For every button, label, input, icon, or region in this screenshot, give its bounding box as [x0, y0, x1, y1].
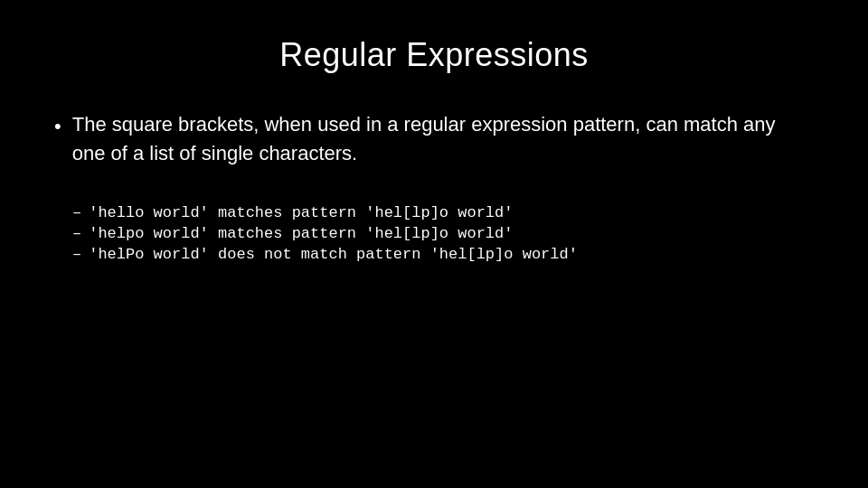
- code-text-3: 'helPo world' does not match pattern 'he…: [89, 246, 578, 263]
- dash-2: –: [72, 225, 81, 242]
- bullet-point: • The square brackets, when used in a re…: [54, 110, 814, 168]
- code-line-2: – 'helpo world' matches pattern 'hel[lp]…: [72, 225, 814, 242]
- slide: Regular Expressions • The square bracket…: [0, 0, 868, 488]
- bullet-section: • The square brackets, when used in a re…: [54, 110, 814, 168]
- code-text-2: 'helpo world' matches pattern 'hel[lp]o …: [89, 225, 513, 242]
- code-section: – 'hello world' matches pattern 'hel[lp]…: [72, 204, 814, 267]
- bullet-text: The square brackets, when used in a regu…: [72, 110, 814, 168]
- code-line-1: – 'hello world' matches pattern 'hel[lp]…: [72, 204, 814, 221]
- dash-3: –: [72, 246, 81, 263]
- code-text-1: 'hello world' matches pattern 'hel[lp]o …: [89, 204, 513, 221]
- code-line-3: – 'helPo world' does not match pattern '…: [72, 246, 814, 263]
- dash-1: –: [72, 204, 81, 221]
- bullet-dot: •: [54, 112, 61, 141]
- slide-title: Regular Expressions: [54, 36, 814, 74]
